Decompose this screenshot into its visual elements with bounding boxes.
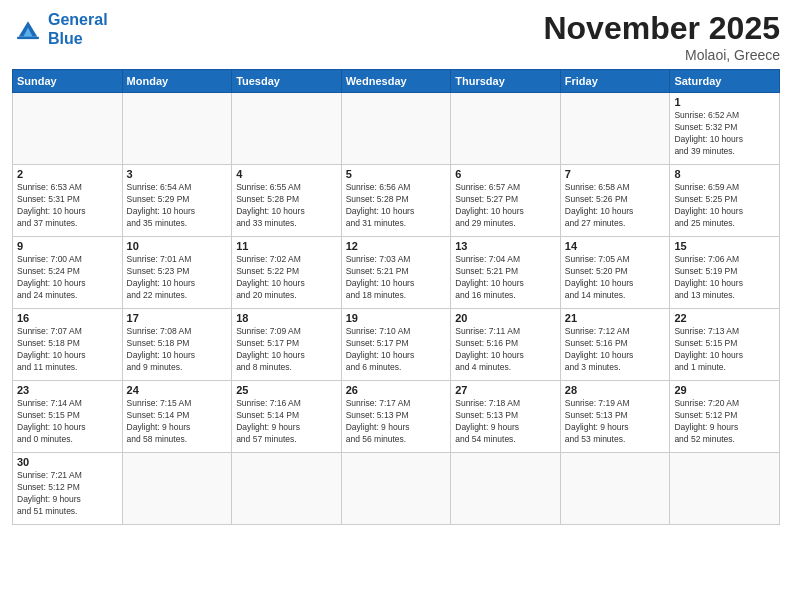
day-info: Sunrise: 7:00 AM Sunset: 5:24 PM Dayligh…: [17, 254, 118, 302]
day-info: Sunrise: 7:08 AM Sunset: 5:18 PM Dayligh…: [127, 326, 228, 374]
day-cell: 4Sunrise: 6:55 AM Sunset: 5:28 PM Daylig…: [232, 165, 342, 237]
day-cell: 1Sunrise: 6:52 AM Sunset: 5:32 PM Daylig…: [670, 93, 780, 165]
day-number: 2: [17, 168, 118, 180]
day-number: 30: [17, 456, 118, 468]
day-number: 3: [127, 168, 228, 180]
day-number: 25: [236, 384, 337, 396]
day-number: 12: [346, 240, 447, 252]
day-cell: 13Sunrise: 7:04 AM Sunset: 5:21 PM Dayli…: [451, 237, 561, 309]
day-cell: [341, 453, 451, 525]
day-info: Sunrise: 7:14 AM Sunset: 5:15 PM Dayligh…: [17, 398, 118, 446]
day-info: Sunrise: 7:03 AM Sunset: 5:21 PM Dayligh…: [346, 254, 447, 302]
calendar: SundayMondayTuesdayWednesdayThursdayFrid…: [12, 69, 780, 525]
day-cell: 22Sunrise: 7:13 AM Sunset: 5:15 PM Dayli…: [670, 309, 780, 381]
day-cell: [560, 453, 670, 525]
day-info: Sunrise: 7:15 AM Sunset: 5:14 PM Dayligh…: [127, 398, 228, 446]
day-info: Sunrise: 6:54 AM Sunset: 5:29 PM Dayligh…: [127, 182, 228, 230]
day-info: Sunrise: 7:16 AM Sunset: 5:14 PM Dayligh…: [236, 398, 337, 446]
day-cell: 30Sunrise: 7:21 AM Sunset: 5:12 PM Dayli…: [13, 453, 123, 525]
day-number: 18: [236, 312, 337, 324]
day-cell: 25Sunrise: 7:16 AM Sunset: 5:14 PM Dayli…: [232, 381, 342, 453]
day-cell: 12Sunrise: 7:03 AM Sunset: 5:21 PM Dayli…: [341, 237, 451, 309]
day-number: 7: [565, 168, 666, 180]
week-row-0: 1Sunrise: 6:52 AM Sunset: 5:32 PM Daylig…: [13, 93, 780, 165]
weekday-sunday: Sunday: [13, 70, 123, 93]
day-cell: 23Sunrise: 7:14 AM Sunset: 5:15 PM Dayli…: [13, 381, 123, 453]
day-cell: 17Sunrise: 7:08 AM Sunset: 5:18 PM Dayli…: [122, 309, 232, 381]
day-info: Sunrise: 7:19 AM Sunset: 5:13 PM Dayligh…: [565, 398, 666, 446]
day-number: 24: [127, 384, 228, 396]
weekday-thursday: Thursday: [451, 70, 561, 93]
day-info: Sunrise: 7:01 AM Sunset: 5:23 PM Dayligh…: [127, 254, 228, 302]
day-cell: 8Sunrise: 6:59 AM Sunset: 5:25 PM Daylig…: [670, 165, 780, 237]
day-info: Sunrise: 7:06 AM Sunset: 5:19 PM Dayligh…: [674, 254, 775, 302]
day-info: Sunrise: 6:53 AM Sunset: 5:31 PM Dayligh…: [17, 182, 118, 230]
day-cell: 5Sunrise: 6:56 AM Sunset: 5:28 PM Daylig…: [341, 165, 451, 237]
day-cell: 10Sunrise: 7:01 AM Sunset: 5:23 PM Dayli…: [122, 237, 232, 309]
weekday-wednesday: Wednesday: [341, 70, 451, 93]
day-number: 29: [674, 384, 775, 396]
day-info: Sunrise: 7:21 AM Sunset: 5:12 PM Dayligh…: [17, 470, 118, 518]
day-info: Sunrise: 7:11 AM Sunset: 5:16 PM Dayligh…: [455, 326, 556, 374]
day-number: 10: [127, 240, 228, 252]
day-info: Sunrise: 6:57 AM Sunset: 5:27 PM Dayligh…: [455, 182, 556, 230]
day-number: 23: [17, 384, 118, 396]
logo-icon: [12, 15, 44, 43]
day-number: 26: [346, 384, 447, 396]
day-info: Sunrise: 6:58 AM Sunset: 5:26 PM Dayligh…: [565, 182, 666, 230]
day-cell: [232, 93, 342, 165]
day-cell: 24Sunrise: 7:15 AM Sunset: 5:14 PM Dayli…: [122, 381, 232, 453]
day-number: 11: [236, 240, 337, 252]
day-number: 8: [674, 168, 775, 180]
week-row-4: 23Sunrise: 7:14 AM Sunset: 5:15 PM Dayli…: [13, 381, 780, 453]
day-cell: 26Sunrise: 7:17 AM Sunset: 5:13 PM Dayli…: [341, 381, 451, 453]
day-number: 9: [17, 240, 118, 252]
day-info: Sunrise: 6:56 AM Sunset: 5:28 PM Dayligh…: [346, 182, 447, 230]
week-row-1: 2Sunrise: 6:53 AM Sunset: 5:31 PM Daylig…: [13, 165, 780, 237]
day-cell: 7Sunrise: 6:58 AM Sunset: 5:26 PM Daylig…: [560, 165, 670, 237]
day-cell: 11Sunrise: 7:02 AM Sunset: 5:22 PM Dayli…: [232, 237, 342, 309]
day-cell: 19Sunrise: 7:10 AM Sunset: 5:17 PM Dayli…: [341, 309, 451, 381]
day-number: 20: [455, 312, 556, 324]
day-cell: 2Sunrise: 6:53 AM Sunset: 5:31 PM Daylig…: [13, 165, 123, 237]
day-cell: [560, 93, 670, 165]
day-cell: 3Sunrise: 6:54 AM Sunset: 5:29 PM Daylig…: [122, 165, 232, 237]
day-number: 15: [674, 240, 775, 252]
day-number: 13: [455, 240, 556, 252]
day-number: 22: [674, 312, 775, 324]
month-title: November 2025: [543, 10, 780, 47]
day-number: 1: [674, 96, 775, 108]
logo-general: General: [48, 11, 108, 28]
logo-text: General Blue: [48, 10, 108, 48]
day-info: Sunrise: 7:13 AM Sunset: 5:15 PM Dayligh…: [674, 326, 775, 374]
day-number: 21: [565, 312, 666, 324]
day-number: 17: [127, 312, 228, 324]
day-info: Sunrise: 6:59 AM Sunset: 5:25 PM Dayligh…: [674, 182, 775, 230]
day-number: 14: [565, 240, 666, 252]
svg-rect-2: [17, 37, 39, 39]
day-info: Sunrise: 7:17 AM Sunset: 5:13 PM Dayligh…: [346, 398, 447, 446]
page: General Blue November 2025 Molaoi, Greec…: [0, 0, 792, 612]
day-number: 16: [17, 312, 118, 324]
weekday-row: SundayMondayTuesdayWednesdayThursdayFrid…: [13, 70, 780, 93]
day-info: Sunrise: 7:07 AM Sunset: 5:18 PM Dayligh…: [17, 326, 118, 374]
day-info: Sunrise: 7:09 AM Sunset: 5:17 PM Dayligh…: [236, 326, 337, 374]
day-cell: [341, 93, 451, 165]
header: General Blue November 2025 Molaoi, Greec…: [12, 10, 780, 63]
day-info: Sunrise: 7:18 AM Sunset: 5:13 PM Dayligh…: [455, 398, 556, 446]
day-cell: 20Sunrise: 7:11 AM Sunset: 5:16 PM Dayli…: [451, 309, 561, 381]
day-cell: [451, 93, 561, 165]
day-cell: [232, 453, 342, 525]
day-cell: [13, 93, 123, 165]
weekday-tuesday: Tuesday: [232, 70, 342, 93]
week-row-3: 16Sunrise: 7:07 AM Sunset: 5:18 PM Dayli…: [13, 309, 780, 381]
day-cell: [122, 93, 232, 165]
day-number: 6: [455, 168, 556, 180]
day-number: 19: [346, 312, 447, 324]
day-cell: 9Sunrise: 7:00 AM Sunset: 5:24 PM Daylig…: [13, 237, 123, 309]
day-info: Sunrise: 7:20 AM Sunset: 5:12 PM Dayligh…: [674, 398, 775, 446]
day-cell: [451, 453, 561, 525]
week-row-2: 9Sunrise: 7:00 AM Sunset: 5:24 PM Daylig…: [13, 237, 780, 309]
calendar-body: 1Sunrise: 6:52 AM Sunset: 5:32 PM Daylig…: [13, 93, 780, 525]
day-info: Sunrise: 7:02 AM Sunset: 5:22 PM Dayligh…: [236, 254, 337, 302]
